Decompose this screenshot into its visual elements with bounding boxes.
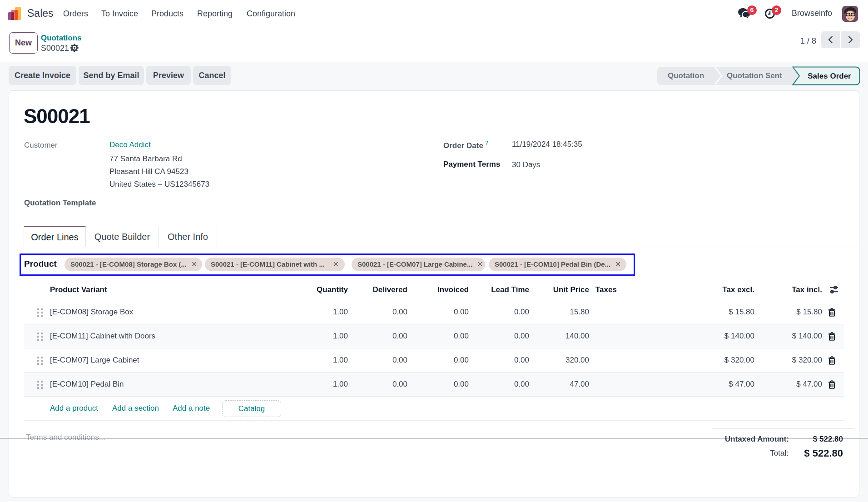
svg-text:Sales Order: Sales Order — [808, 72, 851, 80]
